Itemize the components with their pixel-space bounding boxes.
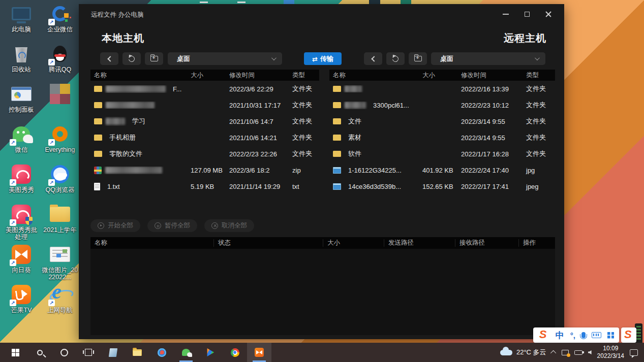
file-type: 文件夹 — [289, 133, 319, 142]
file-type-icon — [333, 86, 341, 92]
desktop-icon-label: 向日葵 — [12, 267, 31, 274]
toolbox-grid-icon[interactable] — [607, 332, 614, 339]
file-type: 文件夹 — [289, 101, 319, 110]
file-modified: 2022/2/24 17:40 — [457, 167, 523, 174]
close-button[interactable] — [538, 4, 559, 24]
desktop-icon-bin[interactable]: 回收站 — [2, 43, 41, 83]
keyboard-icon[interactable] — [592, 332, 601, 338]
file-row-folder[interactable]: 零散的文件 2022/2/23 22:26 文件夹 — [90, 146, 319, 162]
shortcut-arrow-icon — [48, 300, 55, 306]
hidden-icons-chevron[interactable] — [550, 350, 556, 356]
queue-action-button-play[interactable]: 开始全部 — [90, 219, 140, 232]
taskbar-icon-explorer[interactable] — [125, 343, 149, 362]
file-row-folder[interactable]: 2021/10/31 17:17 文件夹 — [90, 97, 319, 113]
desktop-icon-qq[interactable]: 腾讯QQ — [41, 43, 79, 83]
desktop-icon-meitu[interactable]: 美图秀秀 — [2, 163, 41, 204]
taskbar-icon-potplayer[interactable] — [149, 343, 174, 362]
desktop-icon-meitupi[interactable]: 美图秀秀批处理 — [2, 204, 41, 244]
local-new-folder-button[interactable] — [145, 52, 163, 65]
weather-widget[interactable]: 22°C 多云 — [500, 348, 546, 357]
notification-center-icon[interactable] — [630, 349, 638, 356]
tray-monitor-icon[interactable] — [562, 350, 569, 355]
file-row-txt[interactable]: 1.txt 5.19 KB 2021/11/14 19:29 txt — [90, 178, 319, 194]
local-file-table: 名称 大小 修改时间 类型 F... 2022 — [90, 70, 319, 195]
remote-path-dropdown[interactable]: 桌面 — [431, 52, 545, 65]
new-folder-icon — [150, 56, 158, 61]
taskbar-icon-chrome[interactable] — [223, 343, 247, 362]
weather-temp: 22°C — [516, 348, 531, 356]
taskbar-icon-wechat[interactable] — [174, 343, 198, 362]
file-row-folder[interactable]: 文件 2022/3/14 9:55 文件夹 — [329, 113, 555, 129]
desktop-icon-ie[interactable]: 上网导航 — [41, 284, 79, 324]
volume-icon[interactable] — [588, 350, 592, 354]
battery-icon[interactable] — [574, 350, 582, 355]
blurred-filename — [345, 85, 362, 92]
remote-back-button[interactable] — [364, 52, 382, 65]
file-row-folder[interactable]: 3300pcl61... 2022/2/23 10:12 文件夹 — [329, 97, 555, 113]
window-peek — [200, 2, 208, 3]
file-row-folder[interactable]: 软件 2022/1/17 16:28 文件夹 — [329, 146, 555, 162]
taskbar-icon-sunflower[interactable] — [247, 343, 271, 362]
remote-table-header: 名称 大小 修改时间 类型 — [329, 70, 555, 81]
local-back-button[interactable] — [100, 52, 118, 65]
remote-refresh-button[interactable] — [386, 52, 405, 65]
taskbar: 22°C 多云 10:09 2022/3/14 — [0, 343, 644, 362]
file-type-icon — [333, 183, 341, 190]
file-name: 1-16122G34225... — [345, 167, 402, 174]
desktop-icon-wximg[interactable]: 微信图片_2022022... — [41, 244, 79, 284]
desktop-icon-wechat[interactable]: 微信 — [2, 123, 41, 163]
file-row-folder[interactable]: 手机相册 2021/10/6 14:21 文件夹 — [90, 129, 319, 146]
desktop-icon-cpanel[interactable]: 控制面板 — [2, 83, 41, 123]
file-type-icon — [94, 86, 102, 92]
file-row-zip[interactable]: 127.09 MB 2022/3/6 18:2 zip — [90, 162, 319, 178]
file-row-folder[interactable]: 2022/2/16 13:39 文件夹 — [329, 81, 555, 97]
file-row-folder[interactable]: 学习 2021/10/6 14:7 文件夹 — [90, 113, 319, 129]
queue-action-button-pause[interactable]: 暂停全部 — [147, 219, 197, 232]
desktop-screen: 此电脑 企业微信 回收站 腾讯QQ — [0, 0, 644, 362]
weather-desc: 多云 — [533, 348, 546, 356]
taskbar-icon-taskview[interactable] — [76, 343, 101, 362]
transfer-button[interactable]: 传输 — [304, 52, 342, 65]
file-size: 127.09 MB — [187, 167, 226, 174]
remote-path-value: 桌面 — [440, 54, 535, 63]
sogou-logo-icon[interactable] — [623, 329, 634, 341]
queue-button-icon — [155, 222, 161, 229]
ime-punctuation-toggle[interactable]: °, — [570, 331, 575, 340]
desktop-icon-folder-big[interactable]: 2021上学年 — [41, 204, 79, 244]
desktop-icon-sunflower[interactable]: 向日葵 — [2, 244, 41, 284]
desktop-icon-label: 上网导航 — [47, 307, 73, 314]
desktop-icon-mosaic[interactable] — [41, 83, 79, 123]
file-row-folder[interactable]: F... 2022/3/6 22:29 文件夹 — [90, 81, 319, 97]
desktop-icon-mango[interactable]: 芒果TV — [2, 284, 41, 324]
file-modified: 2022/2/17 17:41 — [457, 183, 523, 190]
clock[interactable]: 10:09 2022/3/14 — [597, 345, 624, 360]
desktop-icon-qqbrowser[interactable]: QQ浏览器 — [41, 163, 79, 204]
file-row-folder[interactable]: 素材 2022/3/14 9:55 文件夹 — [329, 129, 555, 146]
desktop-icon-wecom[interactable]: 企业微信 — [41, 3, 79, 43]
file-name: 14ce36d3d539b... — [345, 183, 401, 190]
queue-button-label: 开始全部 — [108, 221, 133, 230]
blurred-filename — [105, 167, 162, 174]
ime-mode-toggle[interactable]: 中 — [556, 330, 564, 341]
microphone-icon[interactable] — [581, 332, 586, 338]
file-row-img[interactable]: 14ce36d3d539b... 152.65 KB 2022/2/17 17:… — [329, 178, 555, 194]
taskbar-app-icon — [255, 348, 264, 357]
taskbar-icon-start[interactable] — [3, 343, 27, 362]
file-row-img[interactable]: 1-16122G34225... 401.92 KB 2022/2/24 17:… — [329, 162, 555, 178]
desktop-icon-everything[interactable]: Everything — [41, 123, 79, 163]
minimize-button[interactable] — [495, 4, 516, 24]
file-type: 文件夹 — [523, 133, 555, 142]
taskbar-app-icon — [108, 348, 117, 357]
taskbar-icon-tencent-video[interactable] — [198, 343, 223, 362]
queue-action-button-cancel[interactable]: 取消全部 — [204, 219, 254, 232]
maximize-button[interactable] — [516, 4, 538, 24]
taskbar-icon-search[interactable] — [27, 343, 52, 362]
taskbar-icon-cortana[interactable] — [52, 343, 76, 362]
taskbar-icon-glass-app[interactable] — [101, 343, 125, 362]
sogou-logo-icon[interactable] — [538, 329, 549, 341]
desktop-icon-pc[interactable]: 此电脑 — [2, 3, 41, 43]
remote-new-folder-button[interactable] — [409, 52, 427, 65]
window-peek — [401, 0, 411, 4]
local-path-dropdown[interactable]: 桌面 — [168, 52, 282, 65]
local-refresh-button[interactable] — [122, 52, 141, 65]
